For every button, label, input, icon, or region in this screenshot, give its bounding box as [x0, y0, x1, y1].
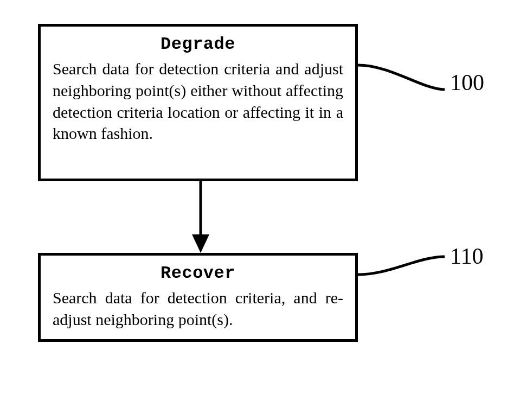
svg-marker-1 [192, 234, 209, 253]
diagram-canvas: Degrade Search data for detection criter… [0, 0, 507, 420]
process-box-degrade: Degrade Search data for detection criter… [38, 24, 358, 181]
process-box-recover: Recover Search data for detection criter… [38, 253, 358, 342]
flow-arrow [190, 181, 211, 253]
ref-label-110: 110 [450, 243, 483, 269]
box-title-recover: Recover [53, 263, 343, 284]
box-body-degrade: Search data for detection criteria and a… [53, 58, 343, 144]
box-title-degrade: Degrade [53, 34, 343, 55]
box-body-recover: Search data for detection criteria, and … [53, 287, 343, 330]
ref-label-100: 100 [450, 69, 484, 96]
